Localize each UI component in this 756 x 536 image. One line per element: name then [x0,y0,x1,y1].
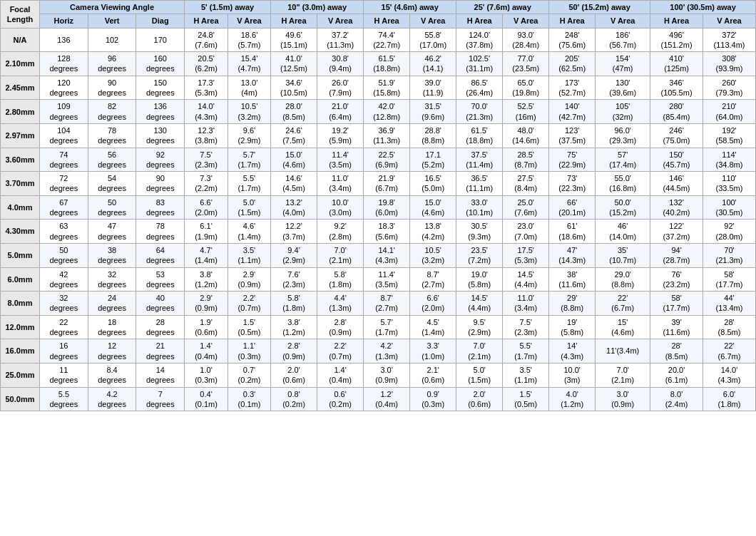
d25h-cell-row0: 124.0'(37.8m) [456,28,503,52]
d25h-cell-row10: 19.0'(5.8m) [456,267,503,292]
focal-cell-row2: 2.45mm [1,76,40,100]
d100v-cell-row7: 100'(30.5m) [703,195,756,220]
d100v-cell-row1: 308'(93.9m) [703,52,756,76]
d15h-cell-row10: 11.4'(3.5m) [364,267,410,292]
d25v-cell-row5: 28.5'(8.7m) [503,148,549,172]
d10v-cell-row2: 26.0'(7.9m) [317,76,364,100]
v-area-header-15: V Area [410,14,456,28]
d5h-cell-row14: 1.0'(0.3m) [185,363,228,387]
d100h-cell-row4: 246'(75.0m) [650,123,703,148]
d10h-cell-row8: 12.2'(3.7m) [271,220,317,244]
d15v-cell-row12: 4.5'(1.4m) [410,315,456,339]
d100v-cell-row15: 6.0'(1.8m) [703,387,756,411]
d25h-cell-row1: 102.5'(31.1m) [456,52,503,76]
d50v-cell-row6: 55.0'(16.8m) [596,172,650,196]
d10v-cell-row7: 10.0'(3.0m) [317,195,364,220]
d25h-cell-row7: 33.0'(10.1m) [456,195,503,220]
focal-cell-row14: 25.0mm [1,363,40,387]
d100v-cell-row10: 58'(17.7m) [703,267,756,292]
d10h-cell-row9: 9.4'(2.9m) [271,243,317,267]
d10h-cell-row15: 0.8'(0.2m) [271,387,317,411]
d5h-cell-row8: 6.1'(1.9m) [185,220,228,244]
d100h-cell-row1: 410'(125m) [650,52,703,76]
d100v-cell-row12: 28'(8.5m) [703,315,756,339]
d5v-cell-row11: 2.2'(0.7m) [228,292,271,316]
d25v-cell-row0: 93.0'(28.4m) [503,28,549,52]
d50v-cell-row13: 11'(3.4m) [596,339,650,364]
horiz-cell-row2: 120degrees [40,76,88,100]
d10h-cell-row12: 3.8'(1.2m) [271,315,317,339]
d15h-cell-row9: 14.1'(4.3m) [364,243,410,267]
d15v-cell-row15: 0.9'(0.3m) [410,387,456,411]
d10h-cell-row5: 15.0'(4.6m) [271,148,317,172]
vert-cell-row2: 90degrees [88,76,136,100]
d50v-cell-row1: 154'(47m) [596,52,650,76]
d15h-cell-row0: 74.4'(22.7m) [364,28,410,52]
d10v-cell-row10: 5.8'(1.8m) [317,267,364,292]
focal-length-header: Focal Length [1,1,40,29]
d5h-cell-row7: 6.6'(2.0m) [185,195,228,220]
d15h-cell-row13: 4.2'(1.3m) [364,339,410,364]
d25h-cell-row9: 23.5'(7.2m) [456,243,503,267]
d100h-cell-row13: 28'(8.5m) [650,339,703,364]
d5h-cell-row11: 2.9'(0.9m) [185,292,228,316]
d10h-cell-row3: 28.0'(8.5m) [271,100,317,124]
h-area-header-10: H Area [271,14,317,28]
d50h-cell-row4: 123'(37.5m) [549,123,596,148]
d50h-cell-row0: 248'(75.6m) [549,28,596,52]
d10h-cell-row4: 24.6'(7.5m) [271,123,317,148]
d5v-cell-row4: 9.6'(2.9m) [228,123,271,148]
vert-cell-row1: 96degrees [88,52,136,76]
diag-cell-row5: 92degrees [136,148,185,172]
d5v-cell-row8: 4.6'(1.4m) [228,220,271,244]
d50v-cell-row2: 130'(39.6m) [596,76,650,100]
vert-cell-row6: 54degrees [88,172,136,196]
vert-cell-row8: 47degrees [88,220,136,244]
view-angle-header: Camera Viewing Angle [40,1,185,14]
d50h-cell-row12: 19'(5.8m) [549,315,596,339]
d15h-cell-row15: 1.2'(0.4m) [364,387,410,411]
focal-cell-row0: N/A [1,28,40,52]
d5h-cell-row10: 3.8'(1.2m) [185,267,228,292]
vert-cell-row3: 82degrees [88,100,136,124]
diag-cell-row6: 90degrees [136,172,185,196]
d10h-cell-row11: 5.8'(1.8m) [271,292,317,316]
diag-header: Diag [136,14,185,28]
focal-cell-row4: 2.97mm [1,123,40,148]
d25v-cell-row4: 48.0'(14.6m) [503,123,549,148]
diag-cell-row2: 150degrees [136,76,185,100]
d25v-cell-row2: 65.0'(19.8m) [503,76,549,100]
d10h-cell-row14: 2.0'(0.6m) [271,363,317,387]
dist-100-header: 100' (30.5m) away [650,1,756,14]
d10v-cell-row13: 2.2'(0.7m) [317,339,364,364]
focal-cell-row11: 8.0mm [1,292,40,316]
horiz-cell-row12: 22degrees [40,315,88,339]
vert-cell-row14: 8.4degrees [88,363,136,387]
d100v-cell-row13: 22'(6.7m) [703,339,756,364]
h-area-header-15: H Area [364,14,410,28]
d50h-cell-row9: 47'(14.3m) [549,243,596,267]
d5h-cell-row13: 1.4'(0.4m) [185,339,228,364]
h-area-header-100: H Area [650,14,703,28]
d100h-cell-row3: 280'(85.4m) [650,100,703,124]
d25h-cell-row2: 86.5'(26.4m) [456,76,503,100]
d15v-cell-row4: 28.8'(8.8m) [410,123,456,148]
d15v-cell-row3: 31.5'(9.6m) [410,100,456,124]
d15h-cell-row7: 19.8'(6.0m) [364,195,410,220]
d100h-cell-row7: 132'(40.2m) [650,195,703,220]
horiz-cell-row6: 72degrees [40,172,88,196]
horiz-cell-row15: 5.5degrees [40,387,88,411]
horiz-cell-row9: 50degrees [40,243,88,267]
d100h-cell-row5: 150'(45.7m) [650,148,703,172]
d10h-cell-row6: 14.6'(4.5m) [271,172,317,196]
d15h-cell-row5: 22.5'(6.9m) [364,148,410,172]
d50h-cell-row14: 10.0'(3m) [549,363,596,387]
d10v-cell-row6: 11.0'(3.4m) [317,172,364,196]
d15h-cell-row11: 8.7'(2.7m) [364,292,410,316]
d5v-cell-row0: 18.6'(5.7m) [228,28,271,52]
dist-5-header: 5' (1.5m) away [185,1,271,14]
d5h-cell-row12: 1.9'(0.6m) [185,315,228,339]
d25h-cell-row15: 2.0'(0.6m) [456,387,503,411]
diag-cell-row4: 130degrees [136,123,185,148]
d25v-cell-row14: 3.5'(1.1m) [503,363,549,387]
